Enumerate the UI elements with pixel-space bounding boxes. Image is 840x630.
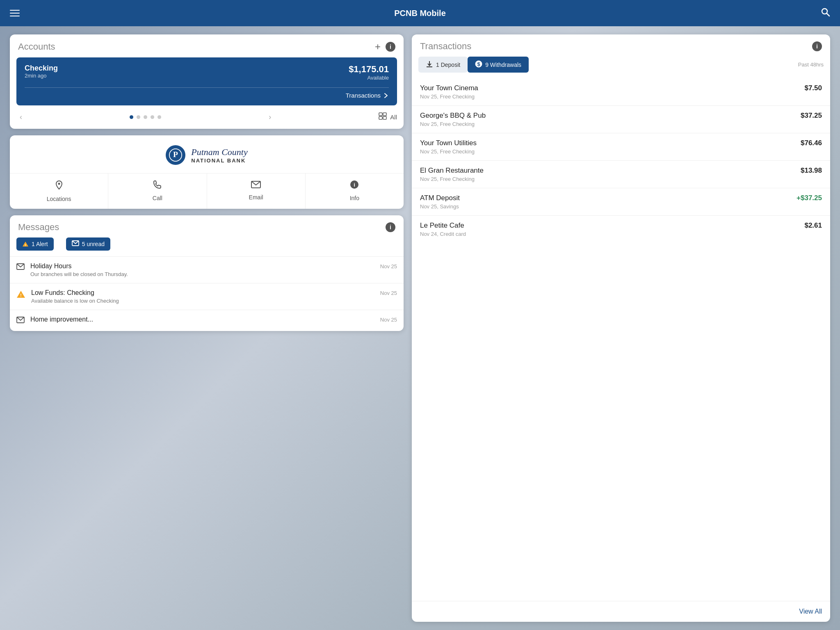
- search-icon[interactable]: [820, 7, 830, 19]
- deposit-tab[interactable]: 1 Deposit: [418, 57, 468, 73]
- all-button[interactable]: All: [379, 112, 397, 122]
- transaction-cinema[interactable]: Your Town Cinema Nov 25, Free Checking $…: [412, 78, 830, 105]
- transaction-bbq-sub: Nov 25, Free Checking: [420, 121, 486, 127]
- message-lowfunds[interactable]: ! Low Funds: Checking Nov 25 Available b…: [10, 283, 404, 310]
- message-holiday-title-row: Holiday Hours Nov 25: [30, 262, 397, 270]
- quick-actions: Locations Call: [10, 173, 404, 209]
- message-holiday-body: Our branches will be closed on Thursday.: [30, 271, 397, 277]
- transactions-title: Transactions: [420, 41, 471, 52]
- transactions-header: Transactions i: [412, 34, 830, 57]
- withdrawals-tab[interactable]: $ 9 Withdrawals: [468, 57, 529, 73]
- hamburger-menu[interactable]: [10, 10, 20, 16]
- info-label: Info: [350, 195, 359, 201]
- message-envelope-icon: [16, 263, 25, 272]
- message-holiday-title: Holiday Hours: [30, 262, 71, 270]
- dot-4: [151, 115, 154, 119]
- svg-rect-3: [383, 113, 386, 116]
- app-title: PCNB Mobile: [394, 9, 446, 18]
- messages-header: Messages i: [10, 215, 404, 237]
- bank-name-sub: NATIONAL BANK: [191, 158, 248, 164]
- alert-tab[interactable]: ! 1 Alert: [16, 237, 54, 251]
- message-home-content: Home improvement... Nov 25: [30, 316, 397, 323]
- transaction-restaurant[interactable]: El Gran Restaurante Nov 25, Free Checkin…: [412, 160, 830, 188]
- bank-name: Putnam County NATIONAL BANK: [191, 147, 248, 164]
- transaction-cinema-amount: $7.50: [804, 84, 822, 92]
- locations-label: Locations: [47, 196, 71, 202]
- svg-text:P: P: [173, 150, 178, 159]
- svg-rect-5: [383, 116, 386, 119]
- view-all-row: View All: [412, 601, 830, 622]
- transaction-cinema-sub: Nov 25, Free Checking: [420, 94, 478, 100]
- accounts-card: Accounts + i Checking 2min ago $1,175.01…: [10, 34, 404, 129]
- transactions-link[interactable]: Transactions: [346, 92, 389, 99]
- checking-available: Available: [349, 75, 389, 81]
- message-holiday[interactable]: Holiday Hours Nov 25 Our branches will b…: [10, 256, 404, 283]
- view-all-button[interactable]: View All: [799, 608, 822, 615]
- dollar-circle-icon: $: [475, 60, 482, 69]
- bank-logo: P: [166, 145, 185, 165]
- accounts-header: Accounts + i: [10, 34, 404, 57]
- transaction-cafe-sub: Nov 24, Credit card: [420, 231, 466, 237]
- message-lowfunds-content: Low Funds: Checking Nov 25 Available bal…: [31, 289, 397, 304]
- dot-2: [137, 115, 140, 119]
- checking-left: Checking 2min ago: [25, 64, 58, 79]
- deposit-tab-label: 1 Deposit: [436, 62, 460, 68]
- message-envelope-icon-2: [16, 317, 25, 325]
- transactions-info-icon[interactable]: i: [812, 41, 822, 51]
- call-button[interactable]: Call: [108, 173, 207, 209]
- svg-rect-2: [379, 113, 382, 116]
- transaction-utilities-name: Your Town Utilities: [420, 139, 477, 147]
- checking-footer: Transactions: [25, 87, 389, 99]
- pagination-dots: [130, 115, 161, 119]
- pagination-row: ‹ ›: [10, 105, 404, 129]
- message-lowfunds-title: Low Funds: Checking: [31, 289, 94, 297]
- message-home[interactable]: Home improvement... Nov 25: [10, 310, 404, 331]
- tab-spacer: [58, 237, 62, 251]
- transaction-restaurant-name: El Gran Restaurante: [420, 167, 484, 175]
- transaction-restaurant-amount: $13.98: [801, 167, 822, 175]
- transaction-bbq[interactable]: George's BBQ & Pub Nov 25, Free Checking…: [412, 105, 830, 133]
- dot-3: [144, 115, 147, 119]
- transaction-cafe-info: Le Petite Cafe Nov 24, Credit card: [420, 221, 466, 237]
- transaction-cafe[interactable]: Le Petite Cafe Nov 24, Credit card $2.61: [412, 215, 830, 243]
- message-lowfunds-body: Available balance is low on Checking: [31, 298, 397, 304]
- envelope-icon: [72, 240, 79, 248]
- alert-tab-label: 1 Alert: [32, 241, 48, 247]
- email-button[interactable]: Email: [207, 173, 306, 209]
- next-arrow[interactable]: ›: [265, 111, 274, 123]
- transaction-utilities-amount: $76.46: [801, 139, 822, 147]
- transactions-period: Past 48hrs: [798, 62, 824, 68]
- email-label: Email: [249, 194, 263, 201]
- alert-triangle-icon: !: [22, 241, 29, 247]
- info-button[interactable]: i Info: [306, 173, 404, 209]
- message-home-title-row: Home improvement... Nov 25: [30, 316, 397, 323]
- transaction-utilities[interactable]: Your Town Utilities Nov 25, Free Checkin…: [412, 133, 830, 160]
- accounts-info-icon[interactable]: i: [386, 42, 395, 52]
- transaction-utilities-info: Your Town Utilities Nov 25, Free Checkin…: [420, 139, 477, 155]
- messages-title: Messages: [18, 222, 59, 233]
- transaction-atm-sub: Nov 25, Savings: [420, 203, 460, 210]
- locations-button[interactable]: Locations: [10, 173, 108, 209]
- checking-time: 2min ago: [25, 73, 58, 79]
- dot-5: [158, 115, 161, 119]
- left-column: Accounts + i Checking 2min ago $1,175.01…: [10, 34, 404, 622]
- checking-banner: Checking 2min ago $1,175.01 Available Tr…: [16, 57, 397, 105]
- svg-text:!: !: [20, 293, 21, 298]
- location-pin-icon: [55, 180, 64, 192]
- unread-tab-label: 5 unread: [82, 241, 105, 247]
- svg-rect-4: [379, 116, 382, 119]
- checking-amount: $1,175.01: [349, 64, 389, 75]
- prev-arrow[interactable]: ‹: [16, 111, 25, 123]
- deposit-arrow-icon: [426, 60, 433, 69]
- checking-top: Checking 2min ago $1,175.01 Available: [25, 64, 389, 81]
- bank-card: P Putnam County NATIONAL BANK L: [10, 135, 404, 209]
- transaction-atm[interactable]: ATM Deposit Nov 25, Savings +$37.25: [412, 188, 830, 215]
- transaction-atm-amount: +$37.25: [797, 194, 822, 202]
- add-account-button[interactable]: +: [375, 41, 381, 52]
- message-lowfunds-title-row: Low Funds: Checking Nov 25: [31, 289, 397, 297]
- messages-info-icon[interactable]: i: [386, 222, 395, 232]
- transactions-card: Transactions i 1 Deposit: [412, 34, 830, 622]
- all-icon: [379, 112, 387, 122]
- unread-tab[interactable]: 5 unread: [66, 237, 110, 251]
- bank-logo-area: P Putnam County NATIONAL BANK: [10, 135, 404, 173]
